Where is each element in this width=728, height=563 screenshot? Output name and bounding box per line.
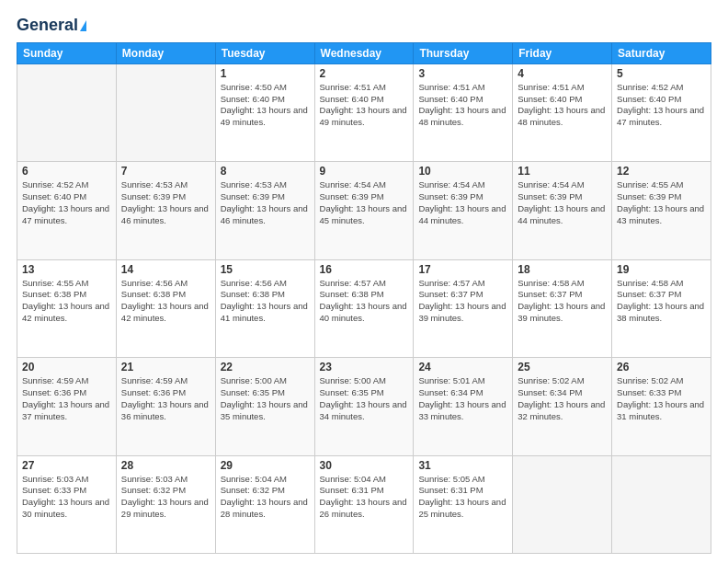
day-cell: 15Sunrise: 4:56 AM Sunset: 6:38 PM Dayli… <box>215 259 314 357</box>
day-cell: 5Sunrise: 4:52 AM Sunset: 6:40 PM Daylig… <box>612 63 711 161</box>
day-info: Sunrise: 4:58 AM Sunset: 6:37 PM Dayligh… <box>617 278 706 325</box>
day-number: 8 <box>221 165 310 178</box>
day-number: 17 <box>418 263 507 276</box>
day-cell: 27Sunrise: 5:03 AM Sunset: 6:33 PM Dayli… <box>17 455 117 553</box>
day-number: 31 <box>418 459 507 472</box>
day-number: 15 <box>221 263 310 276</box>
day-cell: 8Sunrise: 4:53 AM Sunset: 6:39 PM Daylig… <box>215 162 314 259</box>
day-info: Sunrise: 5:04 AM Sunset: 6:32 PM Dayligh… <box>221 474 310 521</box>
day-info: Sunrise: 4:58 AM Sunset: 6:37 PM Dayligh… <box>518 278 607 325</box>
day-cell: 24Sunrise: 5:01 AM Sunset: 6:34 PM Dayli… <box>414 358 513 455</box>
day-number: 4 <box>518 67 607 80</box>
weekday-header-wednesday: Wednesday <box>314 42 414 63</box>
day-cell: 3Sunrise: 4:51 AM Sunset: 6:40 PM Daylig… <box>414 63 513 161</box>
day-info: Sunrise: 4:51 AM Sunset: 6:40 PM Dayligh… <box>518 82 607 129</box>
day-cell: 23Sunrise: 5:00 AM Sunset: 6:35 PM Dayli… <box>314 358 414 455</box>
day-number: 9 <box>320 165 409 178</box>
logo: General <box>17 17 86 35</box>
day-info: Sunrise: 4:54 AM Sunset: 6:39 PM Dayligh… <box>418 179 507 226</box>
day-cell: 10Sunrise: 4:54 AM Sunset: 6:39 PM Dayli… <box>414 162 513 259</box>
day-cell <box>116 63 215 161</box>
day-info: Sunrise: 5:03 AM Sunset: 6:33 PM Dayligh… <box>22 474 111 521</box>
day-number: 20 <box>22 361 111 373</box>
day-cell: 20Sunrise: 4:59 AM Sunset: 6:36 PM Dayli… <box>17 358 117 455</box>
day-cell: 9Sunrise: 4:54 AM Sunset: 6:39 PM Daylig… <box>314 162 414 259</box>
day-info: Sunrise: 4:53 AM Sunset: 6:39 PM Dayligh… <box>121 179 210 226</box>
day-info: Sunrise: 4:59 AM Sunset: 6:36 PM Dayligh… <box>121 375 210 422</box>
day-info: Sunrise: 5:01 AM Sunset: 6:34 PM Dayligh… <box>418 375 507 422</box>
day-info: Sunrise: 5:05 AM Sunset: 6:31 PM Dayligh… <box>418 474 507 521</box>
day-number: 25 <box>518 361 607 373</box>
day-info: Sunrise: 5:02 AM Sunset: 6:34 PM Dayligh… <box>518 375 607 422</box>
weekday-header-sunday: Sunday <box>17 42 117 63</box>
day-cell: 7Sunrise: 4:53 AM Sunset: 6:39 PM Daylig… <box>116 162 215 259</box>
week-row-1: 1Sunrise: 4:50 AM Sunset: 6:40 PM Daylig… <box>17 63 711 161</box>
day-cell: 21Sunrise: 4:59 AM Sunset: 6:36 PM Dayli… <box>116 358 215 455</box>
day-info: Sunrise: 5:02 AM Sunset: 6:33 PM Dayligh… <box>617 375 706 422</box>
day-cell: 12Sunrise: 4:55 AM Sunset: 6:39 PM Dayli… <box>612 162 711 259</box>
day-number: 7 <box>121 165 210 178</box>
day-number: 26 <box>617 361 706 373</box>
day-cell: 2Sunrise: 4:51 AM Sunset: 6:40 PM Daylig… <box>314 63 414 161</box>
header: General <box>17 17 711 35</box>
day-number: 23 <box>320 361 409 373</box>
day-number: 24 <box>418 361 507 373</box>
day-info: Sunrise: 4:56 AM Sunset: 6:38 PM Dayligh… <box>121 278 210 325</box>
day-cell: 19Sunrise: 4:58 AM Sunset: 6:37 PM Dayli… <box>612 259 711 357</box>
day-cell: 14Sunrise: 4:56 AM Sunset: 6:38 PM Dayli… <box>116 259 215 357</box>
day-cell: 31Sunrise: 5:05 AM Sunset: 6:31 PM Dayli… <box>414 455 513 553</box>
day-number: 6 <box>22 165 111 178</box>
day-number: 10 <box>418 165 507 178</box>
day-cell: 25Sunrise: 5:02 AM Sunset: 6:34 PM Dayli… <box>513 358 612 455</box>
weekday-header-tuesday: Tuesday <box>215 42 314 63</box>
day-number: 13 <box>22 263 111 276</box>
weekday-header-row: SundayMondayTuesdayWednesdayThursdayFrid… <box>17 42 711 63</box>
day-info: Sunrise: 4:55 AM Sunset: 6:39 PM Dayligh… <box>617 179 706 226</box>
day-info: Sunrise: 4:52 AM Sunset: 6:40 PM Dayligh… <box>22 179 111 226</box>
logo-triangle-icon <box>80 20 86 31</box>
day-info: Sunrise: 4:55 AM Sunset: 6:38 PM Dayligh… <box>22 278 111 325</box>
weekday-header-friday: Friday <box>513 42 612 63</box>
day-cell: 26Sunrise: 5:02 AM Sunset: 6:33 PM Dayli… <box>612 358 711 455</box>
day-cell: 11Sunrise: 4:54 AM Sunset: 6:39 PM Dayli… <box>513 162 612 259</box>
day-cell: 16Sunrise: 4:57 AM Sunset: 6:38 PM Dayli… <box>314 259 414 357</box>
logo-general: General <box>17 17 78 35</box>
day-info: Sunrise: 5:03 AM Sunset: 6:32 PM Dayligh… <box>121 474 210 521</box>
day-number: 14 <box>121 263 210 276</box>
day-cell: 30Sunrise: 5:04 AM Sunset: 6:31 PM Dayli… <box>314 455 414 553</box>
weekday-header-saturday: Saturday <box>612 42 711 63</box>
day-cell: 6Sunrise: 4:52 AM Sunset: 6:40 PM Daylig… <box>17 162 117 259</box>
day-cell: 1Sunrise: 4:50 AM Sunset: 6:40 PM Daylig… <box>215 63 314 161</box>
day-info: Sunrise: 5:00 AM Sunset: 6:35 PM Dayligh… <box>221 375 310 422</box>
day-info: Sunrise: 4:52 AM Sunset: 6:40 PM Dayligh… <box>617 82 706 129</box>
day-number: 30 <box>320 459 409 472</box>
day-info: Sunrise: 4:50 AM Sunset: 6:40 PM Dayligh… <box>221 82 310 129</box>
day-info: Sunrise: 4:54 AM Sunset: 6:39 PM Dayligh… <box>320 179 409 226</box>
day-cell: 28Sunrise: 5:03 AM Sunset: 6:32 PM Dayli… <box>116 455 215 553</box>
week-row-5: 27Sunrise: 5:03 AM Sunset: 6:33 PM Dayli… <box>17 455 711 553</box>
day-cell: 29Sunrise: 5:04 AM Sunset: 6:32 PM Dayli… <box>215 455 314 553</box>
day-number: 2 <box>320 67 409 80</box>
day-number: 3 <box>418 67 507 80</box>
day-info: Sunrise: 5:00 AM Sunset: 6:35 PM Dayligh… <box>320 375 409 422</box>
day-info: Sunrise: 5:04 AM Sunset: 6:31 PM Dayligh… <box>320 474 409 521</box>
day-number: 12 <box>617 165 706 178</box>
day-number: 5 <box>617 67 706 80</box>
day-number: 28 <box>121 459 210 472</box>
day-cell <box>513 455 612 553</box>
week-row-2: 6Sunrise: 4:52 AM Sunset: 6:40 PM Daylig… <box>17 162 711 259</box>
day-cell <box>17 63 117 161</box>
day-cell <box>612 455 711 553</box>
day-cell: 13Sunrise: 4:55 AM Sunset: 6:38 PM Dayli… <box>17 259 117 357</box>
day-number: 18 <box>518 263 607 276</box>
day-number: 19 <box>617 263 706 276</box>
day-info: Sunrise: 4:54 AM Sunset: 6:39 PM Dayligh… <box>518 179 607 226</box>
calendar-page: General SundayMondayTuesdayWednesdayThur… <box>0 0 728 563</box>
weekday-header-monday: Monday <box>116 42 215 63</box>
day-cell: 18Sunrise: 4:58 AM Sunset: 6:37 PM Dayli… <box>513 259 612 357</box>
week-row-3: 13Sunrise: 4:55 AM Sunset: 6:38 PM Dayli… <box>17 259 711 357</box>
day-cell: 17Sunrise: 4:57 AM Sunset: 6:37 PM Dayli… <box>414 259 513 357</box>
day-info: Sunrise: 4:57 AM Sunset: 6:37 PM Dayligh… <box>418 278 507 325</box>
day-info: Sunrise: 4:51 AM Sunset: 6:40 PM Dayligh… <box>418 82 507 129</box>
day-number: 29 <box>221 459 310 472</box>
